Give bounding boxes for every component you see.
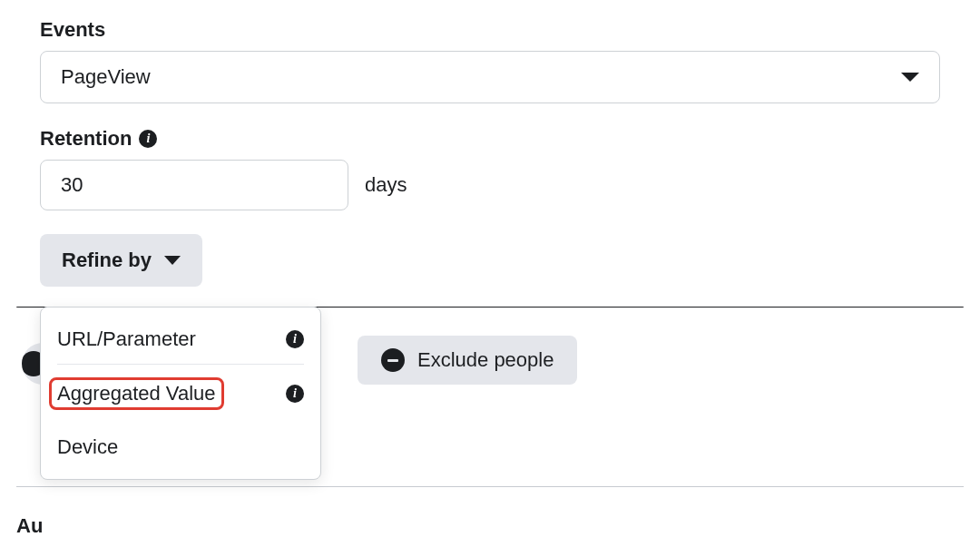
info-icon[interactable]: i <box>286 385 304 403</box>
refine-option-aggregated-value[interactable]: Aggregated Value i <box>41 365 320 423</box>
refine-option-label: URL/Parameter <box>57 327 196 351</box>
events-select[interactable]: PageView <box>40 51 940 103</box>
refine-by-dropdown: URL/Parameter i Aggregated Value i Devic… <box>40 307 321 480</box>
retention-label: Retention i <box>40 127 964 151</box>
refine-option-label: Device <box>57 435 118 459</box>
refine-by-button[interactable]: Refine by <box>40 234 202 287</box>
chevron-down-icon <box>901 73 919 82</box>
events-selected-value: PageView <box>61 65 151 89</box>
refine-option-url-parameter[interactable]: URL/Parameter i <box>41 315 320 364</box>
info-icon[interactable]: i <box>286 330 304 348</box>
events-label: Events <box>40 18 940 42</box>
exclude-people-button[interactable]: Exclude people <box>358 336 577 385</box>
refine-option-label: Aggregated Value <box>49 377 224 410</box>
events-label-text: Events <box>40 18 105 42</box>
section-divider <box>16 486 964 487</box>
audience-label-partial: Au <box>16 514 964 537</box>
retention-label-text: Retention <box>40 127 132 151</box>
info-icon[interactable]: i <box>139 130 157 148</box>
chevron-down-icon <box>164 256 181 265</box>
minus-icon <box>381 348 405 372</box>
retention-unit: days <box>365 173 407 197</box>
exclude-people-label: Exclude people <box>417 348 554 372</box>
refine-option-device[interactable]: Device <box>41 423 320 472</box>
retention-input[interactable] <box>40 160 348 210</box>
refine-by-label: Refine by <box>62 249 152 272</box>
